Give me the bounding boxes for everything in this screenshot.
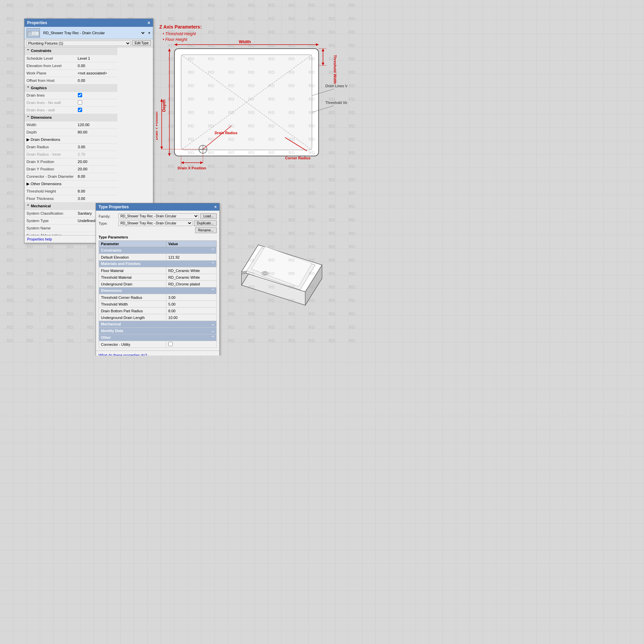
drain-x-label: Drain X Position (178, 166, 206, 170)
svg-marker-9 (200, 161, 203, 164)
drain-lines-wall-checkbox[interactable] (78, 108, 82, 112)
table-row: Offset from Host 0.00 (24, 77, 117, 84)
table-row: Width 120.00 (24, 121, 117, 128)
connector-utility-checkbox[interactable] (168, 342, 173, 346)
type-section-constraints: Constraints ⌃ (99, 247, 217, 254)
type-section-other: Other ⌃ (99, 334, 217, 341)
drain-inner (263, 272, 267, 275)
type-panel-titlebar: Type Properties × (96, 203, 219, 211)
type-row: Type: RD_Shower Tray Rec - Drain Circula… (99, 220, 217, 226)
drain-lines-vis-label: Drain Lines Visibility (325, 84, 347, 88)
table-row: Default Elevation 121.92 (99, 254, 217, 261)
table-row: Connector - Utility (99, 341, 217, 348)
type-section-dimensions: Dimensions ⌃ (99, 287, 217, 294)
duplicate-button[interactable]: Duplicate... (194, 220, 217, 226)
table-row: Drain X Position 20.00 (24, 158, 117, 165)
properties-panel-titlebar: Properties × (24, 19, 153, 27)
table-row: Underground Drain Length 10.00 (99, 314, 217, 321)
type-section-materials: Materials and Finishes ⌃ (99, 261, 217, 267)
param-col-header: Parameter (99, 241, 166, 247)
svg-marker-6 (160, 147, 163, 149)
thresh-w-bottom (322, 63, 324, 65)
rename-button[interactable]: Rename... (195, 227, 217, 233)
type-parameters-table: Parameter Value Constraints ⌃ Default El… (99, 240, 217, 348)
table-row: Threshold Width 5.00 (99, 301, 217, 308)
type-label: Type: (99, 221, 117, 225)
svg-rect-1 (28, 32, 32, 35)
family-label: Family: (99, 214, 117, 218)
diagram-area: Z Axis Parameters: • Threshold Height • … (156, 18, 347, 200)
depth-top (168, 49, 171, 51)
table-row: Drain Radius 3.00 (24, 143, 117, 151)
threshold-width-label: Threshold Width (333, 55, 337, 84)
threshold-vis-label: Threshold Visibility (325, 101, 347, 105)
edit-type-button[interactable]: Edit Type (132, 40, 151, 46)
table-row: Threshold Material RD_Ceramic White (99, 274, 217, 281)
width-label: Width (239, 39, 251, 44)
table-row: Drain Radius - Inner 2.70 (24, 151, 117, 158)
family-icon (26, 28, 40, 38)
type-panel-body: Family: RD_Shower Tray Rec - Drain Circu… (96, 211, 219, 351)
diagram-svg: Z Axis Parameters: • Threshold Height • … (156, 18, 347, 200)
table-row[interactable]: ▶ Drain Dimentions (24, 136, 117, 143)
corner-radius-label: Corner Radius (285, 156, 311, 160)
section-constraints[interactable]: ⌃Constraints (24, 47, 117, 55)
3d-object-svg (215, 208, 332, 315)
family-select[interactable]: RD_Shower Tray Rec - Drain Circular (42, 31, 146, 35)
svg-point-2 (33, 33, 35, 35)
table-row: Schedule Level Level 1 (24, 55, 117, 62)
depth-bottom (168, 153, 171, 156)
drain-radius-label: Drain Radius (215, 131, 237, 135)
table-row: Drain Y Position 20.00 (24, 165, 117, 173)
svg-marker-8 (181, 161, 184, 164)
drain-lines-checkbox[interactable] (78, 93, 82, 97)
type-value-select[interactable]: RD_Shower Tray Rec - Drain Circular (118, 220, 193, 226)
family-row: Family: RD_Shower Tray Rec - Drain Circu… (99, 213, 217, 219)
table-row: Threshold Height 8.00 (24, 187, 117, 195)
z-threshold-label: • Threshold Height (163, 32, 196, 36)
family-value-select[interactable]: RD_Shower Tray Rec - Drain Circular (118, 213, 199, 219)
type-params-label: Type Parameters (99, 235, 217, 239)
z-axis-title: Z Axis Parameters: (159, 24, 202, 30)
table-row: Floor Material RD_Ceramic White (99, 267, 217, 274)
width-arrow-left (174, 43, 177, 46)
table-row: Floor Thickness 3.00 (24, 195, 117, 202)
panel-toolbar: Plumbing Fixtures (1) Edit Type (24, 39, 153, 47)
properties-help-link[interactable]: Properties help (27, 237, 52, 241)
table-row: Underground Drain RD_Chrome plated (99, 281, 217, 287)
drain-y-label: Drain Y Position (156, 111, 158, 140)
table-row: Threshold Corner Radius 3.00 (99, 294, 217, 301)
drain-lines-nowall-checkbox[interactable] (78, 100, 82, 105)
type-panel-title: Type Properties (99, 205, 129, 209)
properties-panel-title: Properties (27, 20, 47, 25)
width-arrow-right (316, 43, 319, 46)
section-dimensions[interactable]: ⌃Dimensions (24, 114, 117, 121)
object-3d-area (215, 208, 332, 315)
table-row: Elevation from Level 0.00 (24, 62, 117, 69)
type-footer: What do these properties do? (96, 351, 219, 356)
table-row: Drain Bottom Part Radius 8.00 (99, 308, 217, 314)
category-select[interactable]: Plumbing Fixtures (1) (26, 41, 131, 46)
thresh-w-top (322, 49, 324, 51)
table-row: Drain lines - No wall (24, 99, 117, 106)
type-section-mechanical: Mechanical ⌄ (99, 321, 217, 328)
table-row: Work Plane <not associated> (24, 69, 117, 77)
type-properties-panel[interactable]: Type Properties × Family: RD_Shower Tray… (96, 203, 220, 356)
section-graphics[interactable]: ⌃Graphics (24, 84, 117, 92)
value-col-header: Value (166, 241, 216, 247)
type-section-identity: Identity Data ⌄ (99, 328, 217, 334)
table-row: Drain lines (24, 92, 117, 99)
load-button[interactable]: Load... (200, 213, 217, 219)
table-row: Depth 80.00 (24, 128, 117, 136)
table-row: Drain lines - wall (24, 106, 117, 114)
type-panel-close[interactable]: × (214, 205, 217, 209)
table-row: Connector - Drain Diameter 8.00 (24, 173, 117, 180)
type-help-link[interactable]: What do these properties do? (99, 353, 147, 356)
table-row[interactable]: ▶ Other Dimensions (24, 180, 117, 187)
panel-family-header: RD_Shower Tray Rec - Drain Circular ▼ (24, 27, 153, 39)
z-floor-label: • Floor Height (163, 37, 187, 42)
properties-panel-close[interactable]: × (148, 20, 150, 25)
rename-row: Rename... (99, 227, 217, 233)
